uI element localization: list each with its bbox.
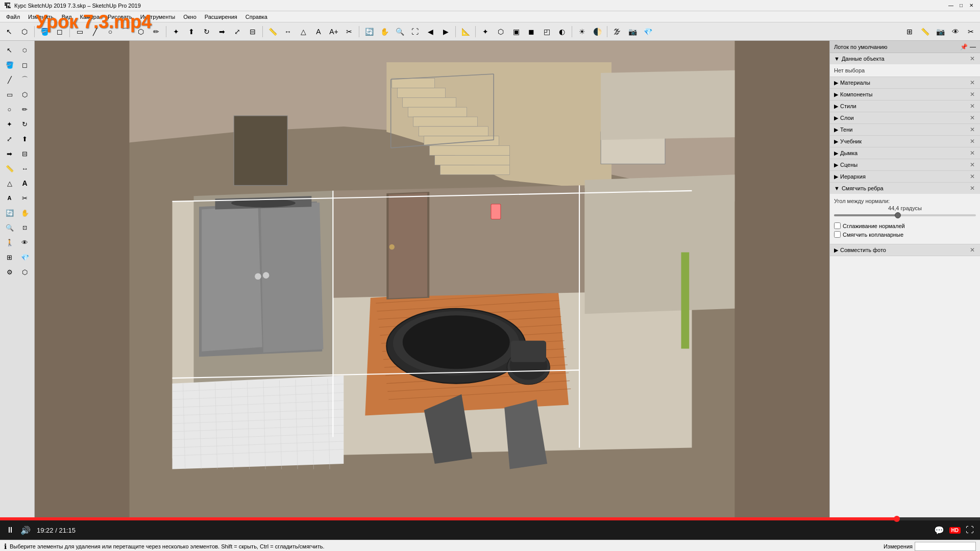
- video-progress-thumb[interactable]: [894, 516, 900, 522]
- toolbar-orbit[interactable]: 🔄: [362, 24, 376, 39]
- menu-window[interactable]: Окно: [179, 11, 201, 22]
- fullscreen-button[interactable]: ⛶: [966, 525, 974, 535]
- soften-smooth-normals-checkbox[interactable]: [834, 222, 841, 229]
- outliner-header[interactable]: ▶ Иерархия ✕: [830, 171, 980, 182]
- entity-info-close[interactable]: ✕: [969, 55, 976, 62]
- video-progress-bar[interactable]: [0, 517, 980, 520]
- statusbar-measurement-input[interactable]: [915, 542, 976, 551]
- toolbar-xray[interactable]: ✦: [478, 24, 493, 39]
- left-tool-pushpull[interactable]: ⬆: [18, 132, 32, 146]
- menu-extensions[interactable]: Расширения: [201, 11, 241, 22]
- scenes-header[interactable]: ▶ Сцены ✕: [830, 159, 980, 170]
- materials-header[interactable]: ▶ Материалы ✕: [830, 77, 980, 88]
- left-tool-dynamic[interactable]: ⚙: [3, 265, 17, 279]
- layers-close[interactable]: ✕: [969, 114, 976, 121]
- toolbar-match-photo[interactable]: 📷: [625, 24, 640, 39]
- right-panel-pin[interactable]: 📌: [960, 43, 968, 51]
- match-photo-close[interactable]: ✕: [969, 246, 976, 254]
- maximize-button[interactable]: □: [957, 1, 966, 10]
- toolbar-pushpull[interactable]: ⬆: [184, 24, 199, 39]
- left-tool-dimension[interactable]: ↔: [18, 161, 32, 176]
- menu-help[interactable]: Справка: [241, 11, 272, 22]
- entity-info-header[interactable]: ▼ Данные объекта ✕: [830, 53, 980, 64]
- left-tool-offset[interactable]: ⊟: [18, 146, 32, 161]
- left-tool-select[interactable]: ↖: [3, 43, 17, 57]
- instructor-header[interactable]: ▶ Учебник ✕: [830, 136, 980, 147]
- left-tool-arc[interactable]: ⌒: [18, 72, 32, 87]
- fog-close[interactable]: ✕: [969, 149, 976, 157]
- right-panel-minimize[interactable]: —: [970, 43, 976, 51]
- toolbar-large-tools-right5[interactable]: ✂: [964, 24, 978, 39]
- left-tool-protractor[interactable]: △: [3, 176, 17, 190]
- toolbar-followme[interactable]: ➡: [215, 24, 229, 39]
- left-tool-walk[interactable]: 🚶: [3, 235, 17, 249]
- outliner-close[interactable]: ✕: [969, 173, 976, 180]
- toolbar-monochrome[interactable]: ◐: [555, 24, 569, 39]
- left-tool-orbit[interactable]: 🔄: [3, 206, 17, 220]
- toolbar-3dtext[interactable]: A+: [327, 24, 341, 39]
- toolbar-scale[interactable]: ⤢: [230, 24, 244, 39]
- toolbar-shadows[interactable]: 🌓: [590, 24, 604, 39]
- toolbar-standard-views[interactable]: 📐: [458, 24, 473, 39]
- left-tool-followme[interactable]: ➡: [3, 146, 17, 161]
- volume-button[interactable]: 🔊: [20, 525, 31, 535]
- left-tool-paint[interactable]: 🪣: [3, 58, 17, 72]
- toolbar-shaded-textured[interactable]: ◰: [540, 24, 554, 39]
- left-tool-3dtext[interactable]: A: [3, 191, 17, 205]
- left-tool-sandbox[interactable]: ⊞: [3, 250, 17, 264]
- toolbar-select[interactable]: ↖: [2, 24, 16, 39]
- styles-close[interactable]: ✕: [969, 103, 976, 110]
- toolbar-large-tools-right4[interactable]: 👁: [948, 24, 963, 39]
- left-tool-text[interactable]: A: [18, 176, 32, 190]
- soften-edges-header[interactable]: ▼ Смягчить ребра ✕: [830, 183, 980, 194]
- left-tool-section[interactable]: ✂: [18, 191, 32, 205]
- toolbar-protractor[interactable]: △: [296, 24, 310, 39]
- left-tool-freehand[interactable]: ✏: [18, 102, 32, 116]
- toolbar-pan[interactable]: ✋: [377, 24, 391, 39]
- soften-slider-thumb[interactable]: [895, 212, 901, 218]
- toolbar-component[interactable]: ⬡: [17, 24, 32, 39]
- left-tool-eraser[interactable]: ◻: [18, 58, 32, 72]
- left-tool-extra[interactable]: ⬡: [18, 265, 32, 279]
- soften-edges-close[interactable]: ✕: [969, 185, 976, 192]
- left-tool-zoom[interactable]: 🔍: [3, 220, 17, 235]
- soften-coplanar-checkbox[interactable]: [834, 231, 841, 238]
- left-tool-scale[interactable]: ⤢: [3, 132, 17, 146]
- left-tool-pan[interactable]: ✋: [18, 206, 32, 220]
- toolbar-large-tools-right1[interactable]: ⊞: [902, 24, 917, 39]
- toolbar-rotate[interactable]: ↻: [200, 24, 214, 39]
- toolbar-dimension[interactable]: ↔: [281, 24, 295, 39]
- left-tool-polygon[interactable]: ⬡: [18, 87, 32, 102]
- left-tool-look[interactable]: 👁: [18, 235, 32, 249]
- shadows-header[interactable]: ▶ Тени ✕: [830, 124, 980, 135]
- viewport[interactable]: [35, 41, 829, 517]
- toolbar-fog[interactable]: 🌫: [610, 24, 624, 39]
- toolbar-ruby[interactable]: 💎: [641, 24, 655, 39]
- soften-slider-container[interactable]: [834, 214, 976, 216]
- toolbar-zoom-extents[interactable]: ⛶: [408, 24, 422, 39]
- toolbar-zoom[interactable]: 🔍: [393, 24, 407, 39]
- toolbar-sun-shadow[interactable]: ☀: [575, 24, 589, 39]
- left-tool-tape[interactable]: 📏: [3, 161, 17, 176]
- left-tool-line[interactable]: ╱: [3, 72, 17, 87]
- layers-header[interactable]: ▶ Слои ✕: [830, 112, 980, 123]
- toolbar-large-tools-right3[interactable]: 📷: [933, 24, 947, 39]
- toolbar-section[interactable]: ✂: [342, 24, 356, 39]
- left-tool-component-select[interactable]: ⬡: [18, 43, 32, 57]
- instructor-close[interactable]: ✕: [969, 138, 976, 145]
- components-header[interactable]: ▶ Компоненты ✕: [830, 89, 980, 100]
- left-tool-circle[interactable]: ○: [3, 102, 17, 116]
- toolbar-offset[interactable]: ⊟: [246, 24, 260, 39]
- components-close[interactable]: ✕: [969, 91, 976, 98]
- minimize-button[interactable]: —: [946, 1, 955, 10]
- materials-close[interactable]: ✕: [969, 79, 976, 86]
- toolbar-previous[interactable]: ◀: [423, 24, 437, 39]
- left-tool-ruby[interactable]: 💎: [18, 250, 32, 264]
- left-tool-rectangle[interactable]: ▭: [3, 87, 17, 102]
- scenes-close[interactable]: ✕: [969, 161, 976, 168]
- toolbar-text[interactable]: A: [311, 24, 326, 39]
- styles-header[interactable]: ▶ Стили ✕: [830, 101, 980, 112]
- fog-header[interactable]: ▶ Дымка ✕: [830, 147, 980, 159]
- left-tool-rotate[interactable]: ↻: [18, 117, 32, 131]
- match-photo-header[interactable]: ▶ Совместить фото ✕: [830, 244, 980, 256]
